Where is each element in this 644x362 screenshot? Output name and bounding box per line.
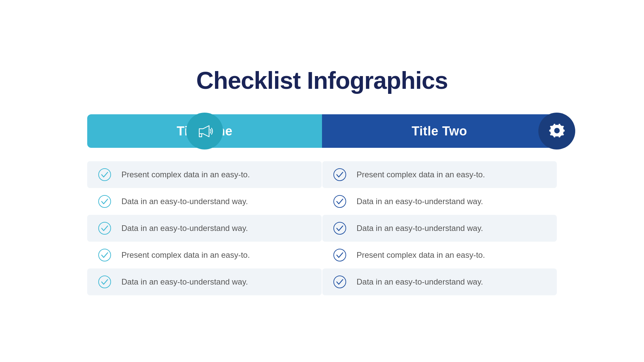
item-text: Data in an easy-to-understand way. [121, 277, 248, 287]
list-item: Data in an easy-to-understand way. [322, 268, 557, 295]
svg-point-10 [334, 169, 346, 181]
svg-point-14 [334, 276, 346, 288]
item-text: Data in an easy-to-understand way. [357, 224, 483, 233]
check-icon [332, 275, 347, 289]
list-item: Present complex data in an easy-to. [87, 242, 322, 268]
check-icon [332, 221, 347, 236]
item-text: Data in an easy-to-understand way. [357, 277, 483, 287]
svg-point-12 [334, 222, 346, 234]
list-item: Data in an easy-to-understand way. [87, 268, 322, 295]
check-icon [332, 248, 347, 262]
gear-icon [548, 122, 566, 140]
list-item: Data in an easy-to-understand way. [322, 188, 557, 215]
item-text: Data in an easy-to-understand way. [121, 197, 248, 206]
list-item: Present complex data in an easy-to. [322, 242, 557, 268]
list-item: Present complex data in an easy-to. [87, 161, 322, 188]
megaphone-icon-circle [186, 113, 223, 149]
item-text: Present complex data in an easy-to. [121, 170, 250, 179]
checklist-left-column: Present complex data in an easy-to. Data… [87, 161, 322, 295]
svg-point-13 [334, 249, 346, 261]
list-item: Present complex data in an easy-to. [322, 161, 557, 188]
title-two: Title Two [412, 124, 467, 138]
svg-point-8 [99, 249, 111, 261]
svg-marker-0 [199, 126, 209, 137]
check-icon [97, 167, 112, 182]
list-item: Data in an easy-to-understand way. [87, 188, 322, 215]
check-icon [97, 275, 112, 289]
megaphone-icon [196, 122, 214, 140]
header-left: Title One [87, 114, 322, 148]
svg-point-5 [99, 169, 111, 181]
item-text: Data in an easy-to-understand way. [121, 224, 248, 233]
check-icon [332, 194, 347, 209]
list-item: Data in an easy-to-understand way. [322, 215, 557, 242]
svg-point-4 [554, 128, 560, 133]
svg-point-7 [99, 222, 111, 234]
header-right: Title Two [322, 114, 557, 148]
svg-point-11 [334, 195, 346, 207]
svg-point-6 [99, 195, 111, 207]
header-section: Title One Title Two [87, 114, 557, 148]
list-item: Data in an easy-to-understand way. [87, 215, 322, 242]
check-icon [97, 194, 112, 209]
item-text: Present complex data in an easy-to. [357, 170, 485, 179]
page-title: Checklist Infographics [196, 67, 448, 94]
checklist-section: Present complex data in an easy-to. Data… [87, 161, 557, 295]
item-text: Data in an easy-to-understand way. [357, 197, 483, 206]
header-bar: Title One Title Two [87, 114, 557, 148]
main-container: Checklist Infographics Title One [87, 67, 557, 295]
check-icon [332, 167, 347, 182]
gear-icon-circle [538, 113, 575, 149]
item-text: Present complex data in an easy-to. [121, 250, 250, 260]
svg-point-9 [99, 276, 111, 288]
check-icon [97, 248, 112, 262]
item-text: Present complex data in an easy-to. [357, 250, 485, 260]
checklist-right-column: Present complex data in an easy-to. Data… [322, 161, 557, 295]
check-icon [97, 221, 112, 236]
